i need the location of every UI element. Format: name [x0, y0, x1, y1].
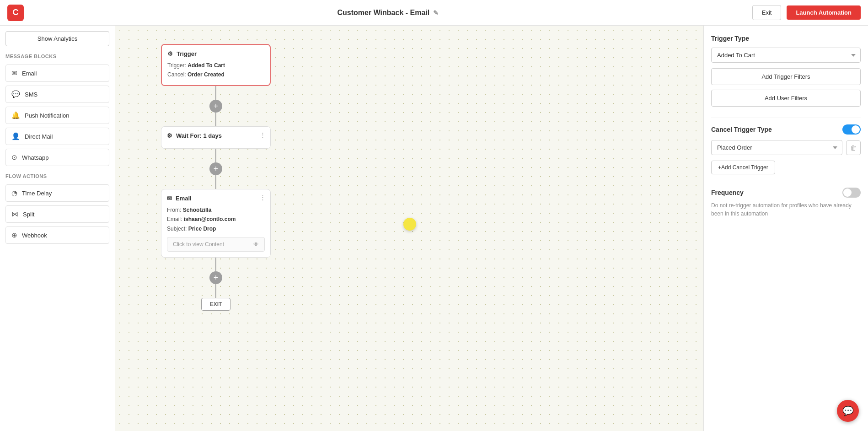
email-icon-2: ✉	[167, 195, 172, 202]
cancel-trigger-toggle[interactable]	[842, 124, 861, 135]
wait-node-title: Wait For: 1 days	[176, 132, 222, 139]
header-title: Customer Winback - Email ✎	[338, 9, 439, 17]
frequency-description: Do not re-trigger automation for profile…	[711, 201, 861, 218]
exit-node: EXIT	[201, 298, 231, 311]
sidebar: Show Analytics MESSAGE BLOCKS ✉ Email 💬 …	[0, 26, 115, 431]
divider-2	[711, 181, 861, 181]
sidebar-item-label: Direct Mail	[25, 133, 53, 140]
sidebar-item-label: SMS	[25, 91, 38, 98]
eye-icon: 👁	[253, 241, 259, 248]
delete-cancel-trigger-button[interactable]: 🗑	[846, 140, 861, 155]
flow-actions-title: FLOW ACTIONS	[5, 173, 109, 179]
email-node-body: From: Schoolzilla Email: ishaan@contlo.c…	[167, 205, 265, 233]
sidebar-item-webhook[interactable]: ⊕ Webhook	[5, 226, 109, 244]
sidebar-item-split[interactable]: ⋈ Split	[5, 205, 109, 223]
trigger-node[interactable]: ⚙ Trigger Trigger: Added To Cart Cancel:…	[161, 44, 271, 86]
trigger-node-header: ⚙ Trigger	[167, 50, 264, 57]
chat-bubble-button[interactable]: 💬	[837, 400, 859, 422]
connector-4	[215, 175, 216, 189]
sidebar-item-sms[interactable]: 💬 SMS	[5, 86, 109, 103]
cancel-trigger-row: Cancel Trigger Type	[711, 124, 861, 135]
whatsapp-icon: ⊙	[11, 153, 17, 162]
subject-value: Price Drop	[188, 226, 216, 232]
cancel-trigger-select[interactable]: Placed Order Order Created Checkout Star…	[711, 140, 842, 155]
sidebar-item-push[interactable]: 🔔 Push Notification	[5, 107, 109, 124]
split-icon: ⋈	[11, 210, 18, 218]
connector-2	[215, 113, 216, 126]
sidebar-item-label: Webhook	[22, 232, 47, 239]
sidebar-item-label: Split	[23, 211, 34, 218]
email-icon: ✉	[11, 69, 17, 77]
from-value: Schoolzilla	[183, 207, 212, 213]
cancel-trigger-select-row: Placed Order Order Created Checkout Star…	[711, 140, 861, 155]
email-addr-value: ishaan@contlo.com	[184, 216, 236, 222]
sidebar-item-label: Whatsapp	[22, 154, 49, 161]
add-node-button-3[interactable]: +	[209, 271, 222, 284]
divider-1	[711, 118, 861, 118]
clock-icon: ◔	[11, 189, 17, 197]
email-node-header: ✉ Email	[167, 195, 265, 202]
email-node[interactable]: ✉ Email ⋮ From: Schoolzilla Email: ishaa…	[161, 189, 271, 258]
add-trigger-filters-button[interactable]: Add Trigger Filters	[711, 68, 861, 85]
frequency-toggle[interactable]	[842, 188, 861, 198]
edit-title-icon[interactable]: ✎	[433, 9, 439, 16]
email-node-menu[interactable]: ⋮	[260, 194, 266, 201]
connector-1	[215, 86, 216, 100]
cancel-label: Cancel:	[167, 71, 186, 78]
wait-node[interactable]: ⚙ Wait For: 1 days ⋮	[161, 126, 271, 149]
sidebar-item-direct-mail[interactable]: 👤 Direct Mail	[5, 128, 109, 145]
connector-6	[215, 284, 216, 298]
trigger-value: Added To Cart	[188, 62, 225, 69]
person-icon: 👤	[11, 132, 20, 140]
view-content-label: Click to view Content	[173, 241, 224, 248]
frequency-label: Frequency	[711, 189, 744, 196]
frequency-row: Frequency	[711, 188, 861, 198]
right-panel: Trigger Type Added To Cart Order Created…	[703, 26, 868, 431]
launch-automation-button[interactable]: Launch Automation	[787, 5, 861, 20]
exit-label: EXIT	[210, 301, 222, 307]
message-blocks-title: MESSAGE BLOCKS	[5, 54, 109, 59]
webhook-icon: ⊕	[11, 231, 17, 239]
trigger-type-select[interactable]: Added To Cart Order Created Product View…	[711, 48, 861, 63]
sidebar-item-label: Time Delay	[22, 190, 52, 197]
cursor-indicator	[403, 218, 416, 231]
main-layout: Show Analytics MESSAGE BLOCKS ✉ Email 💬 …	[0, 26, 868, 431]
show-analytics-button[interactable]: Show Analytics	[5, 31, 109, 46]
add-node-button-2[interactable]: +	[209, 162, 222, 175]
add-cancel-trigger-button[interactable]: +Add Cancel Trigger	[711, 161, 775, 174]
chat-bubble-icon: 💬	[842, 405, 854, 416]
trigger-node-title: Trigger	[177, 50, 197, 57]
email-node-title: Email	[176, 195, 192, 202]
exit-button[interactable]: Exit	[752, 5, 782, 20]
cancel-trigger-label: Cancel Trigger Type	[711, 126, 772, 133]
trigger-label: Trigger:	[167, 62, 186, 69]
page-title: Customer Winback - Email	[338, 9, 430, 17]
sms-icon: 💬	[11, 90, 20, 98]
header: C Customer Winback - Email ✎ Exit Launch…	[0, 0, 868, 26]
email-addr-label: Email:	[167, 216, 182, 222]
header-actions: Exit Launch Automation	[752, 5, 861, 20]
app-logo[interactable]: C	[7, 5, 24, 21]
view-content-button[interactable]: Click to view Content 👁	[167, 237, 265, 252]
from-label: From:	[167, 207, 181, 213]
connector-3	[215, 149, 216, 162]
trigger-type-title: Trigger Type	[711, 35, 861, 42]
cancel-value: Order Created	[188, 71, 225, 78]
sidebar-item-email[interactable]: ✉ Email	[5, 65, 109, 82]
wait-node-header: ⚙ Wait For: 1 days	[167, 132, 265, 139]
add-user-filters-button[interactable]: Add User Filters	[711, 90, 861, 107]
trigger-node-body: Trigger: Added To Cart Cancel: Order Cre…	[167, 61, 264, 80]
sidebar-item-whatsapp[interactable]: ⊙ Whatsapp	[5, 149, 109, 166]
sidebar-item-label: Email	[22, 70, 37, 77]
subject-label: Subject:	[167, 226, 187, 232]
gear-icon: ⚙	[167, 50, 173, 57]
bell-icon: 🔔	[11, 111, 20, 119]
sidebar-item-time-delay[interactable]: ◔ Time Delay	[5, 184, 109, 202]
wait-node-menu[interactable]: ⋮	[260, 131, 266, 138]
canvas[interactable]: ⚙ Trigger Trigger: Added To Cart Cancel:…	[115, 26, 703, 431]
add-node-button-1[interactable]: +	[209, 100, 222, 113]
gear-icon-2: ⚙	[167, 132, 172, 139]
sidebar-item-label: Push Notification	[25, 112, 70, 119]
connector-5	[215, 258, 216, 271]
flow-container: ⚙ Trigger Trigger: Added To Cart Cancel:…	[161, 44, 271, 311]
